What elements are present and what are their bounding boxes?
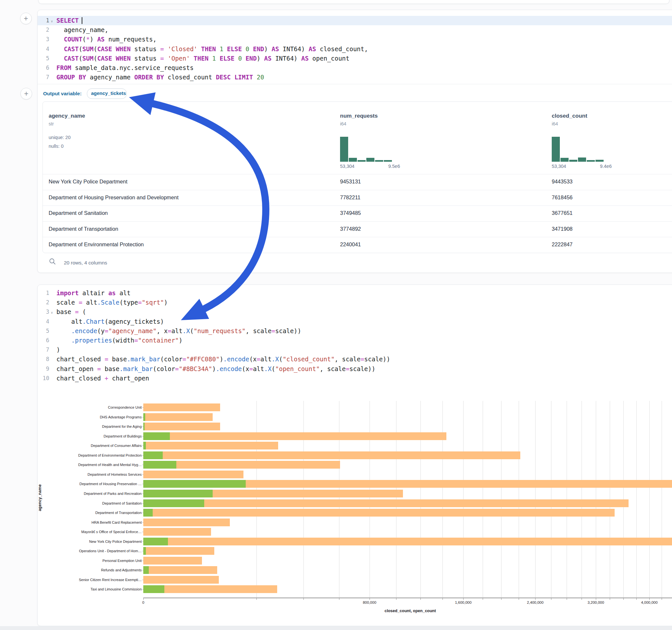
bar-closed_count	[143, 452, 520, 459]
code-line: 4 CAST(SUM(CASE WHEN status = 'Closed' T…	[38, 44, 672, 54]
column-name: closed_count	[552, 113, 587, 119]
code-text: CAST(SUM(CASE WHEN status = 'Closed' THE…	[56, 44, 368, 54]
y-axis-label: Department for the Aging	[38, 422, 142, 430]
y-axis-label: Department of Consumer Affairs	[38, 442, 142, 450]
bar-closed_count	[143, 404, 220, 411]
search-icon[interactable]	[49, 258, 56, 265]
collapse-chevron-icon[interactable]: ∨	[51, 17, 53, 26]
gridline	[649, 401, 650, 598]
code-text: COUNT(*) AS num_requests,	[56, 35, 157, 44]
sql-code-editor[interactable]: 1∨SELECT2 agency_name,3 COUNT(*) AS num_…	[38, 16, 672, 82]
x-axis-tick	[339, 598, 339, 600]
bar-open_count	[143, 422, 145, 430]
bar-open_count	[143, 538, 168, 546]
x-axis-tick	[257, 598, 257, 600]
x-axis-tick	[304, 598, 304, 600]
gridline	[662, 401, 662, 598]
bar-open_count	[143, 490, 213, 498]
bar-closed_count	[143, 557, 202, 564]
bar-chart: agency_name Correspondence UnitDHS Advan…	[38, 285, 672, 626]
column-stat: nulls: 0	[49, 144, 64, 149]
column-header-closed_count[interactable]: closed_counti6453,3049.4e6	[552, 102, 636, 174]
table-cell: 2222847	[552, 241, 573, 248]
x-axis-tick	[143, 598, 144, 600]
code-line: 2 agency_name,	[38, 25, 672, 35]
bar-open_count	[143, 480, 246, 488]
x-axis-tick	[551, 598, 551, 600]
x-axis-tick-label: 4,000,000	[641, 601, 657, 604]
code-text: FROM sample_data.nyc.service_requests	[56, 63, 194, 73]
y-axis-label: DHS Advantage Programs	[38, 413, 142, 421]
y-axis-label: Mayorâ€ s Office of Special Enforce…	[38, 528, 142, 536]
table-row: Department of Transportation377489234719…	[43, 221, 672, 238]
x-axis-tick-label: 1,600,000	[455, 601, 471, 604]
line-number: 5	[38, 54, 49, 63]
x-axis-tick	[535, 598, 535, 600]
bar-closed_count	[143, 509, 615, 516]
add-cell-button-output[interactable]: +	[20, 88, 32, 99]
sql-cell: 1∨SELECT2 agency_name,3 COUNT(*) AS num_…	[37, 10, 672, 273]
bar-closed_count	[143, 547, 214, 555]
bar-open_count	[143, 461, 176, 468]
bar-closed_count	[143, 413, 213, 421]
line-number: 4	[38, 44, 49, 54]
y-axis-label: Department of Homeless Services	[38, 470, 142, 478]
y-axis-label: Personal Exemption Unit	[38, 557, 142, 564]
line-number: 3	[38, 35, 49, 44]
x-axis-tick	[649, 598, 650, 600]
y-axis-label: Department of Housing Preservation …	[38, 480, 142, 488]
column-header-num_requests[interactable]: num_requestsi6453,3049.5e6	[340, 102, 424, 174]
bar-closed_count	[143, 538, 672, 546]
add-cell-button-top[interactable]: +	[20, 13, 32, 24]
table-cell: 7782211	[340, 194, 360, 201]
table-cell: 7618456	[552, 194, 573, 201]
bar-closed_count	[143, 576, 219, 584]
x-axis-tick-label: 0	[142, 601, 144, 604]
table-cell: Department of Sanitation	[49, 210, 108, 216]
y-axis-label: Department of Transportation	[38, 509, 142, 516]
column-name: agency_name	[49, 113, 85, 119]
chart-x-axis-title: closed_count, open_count	[143, 609, 672, 613]
table-cell: Department of Transportation	[49, 226, 118, 232]
code-line: 5 CAST(SUM(CASE WHEN status = 'Open' THE…	[38, 54, 672, 63]
y-axis-label: Taxi and Limousine Commission	[38, 585, 142, 593]
table-cell: 3677651	[552, 210, 573, 216]
x-axis-tick	[501, 598, 502, 600]
x-axis-tick	[596, 598, 596, 600]
table-row: Department of Housing Preservation and D…	[43, 190, 672, 206]
next-cell-gap	[0, 626, 672, 630]
chart-plot-area	[143, 401, 672, 598]
line-number: 6	[38, 63, 49, 73]
output-variable-value: agency_tickets	[91, 91, 126, 96]
output-variable-pill[interactable]: agency_tickets	[87, 89, 127, 99]
column-type: i64	[552, 121, 558, 126]
y-axis-label: Department of Buildings	[38, 432, 142, 440]
code-line: 1∨SELECT	[38, 16, 672, 25]
table-row: New York City Police Department945313194…	[43, 174, 672, 190]
histogram-range-labels: 53,3049.4e6	[552, 164, 612, 169]
table-cell: Department of Housing Preservation and D…	[49, 194, 178, 201]
code-text: agency_name,	[56, 25, 108, 35]
table-cell: 9453131	[340, 178, 361, 185]
column-header-agency_name[interactable]: agency_namestrunique: 20nulls: 0	[49, 102, 133, 174]
x-axis-tick	[483, 598, 483, 600]
y-axis-label: New York City Police Department	[38, 538, 142, 546]
x-axis-tick	[567, 598, 567, 600]
y-axis-label: HRA Benefit Card Replacement	[38, 518, 142, 526]
chart-x-axis-line	[143, 598, 672, 598]
column-histogram	[340, 136, 392, 162]
bar-open_count	[143, 442, 146, 450]
table-row: Department of Sanitation37494853677651	[43, 205, 672, 222]
y-axis-label: Senior Citizen Rent Increase Exempti…	[38, 576, 142, 584]
code-text: CAST(SUM(CASE WHEN status = 'Open' THEN …	[56, 54, 350, 63]
bar-closed_count	[143, 422, 220, 430]
bar-closed_count	[143, 518, 230, 526]
bar-open_count	[143, 500, 204, 507]
y-axis-label: Department of Sanitation	[38, 500, 142, 507]
x-axis-tick	[442, 598, 443, 600]
bar-open_count	[143, 452, 163, 459]
x-axis-tick	[581, 598, 582, 600]
bar-open_count	[143, 547, 146, 555]
table-cell: 9443533	[552, 178, 573, 185]
x-axis-tick-label: 3,200,000	[587, 601, 604, 604]
